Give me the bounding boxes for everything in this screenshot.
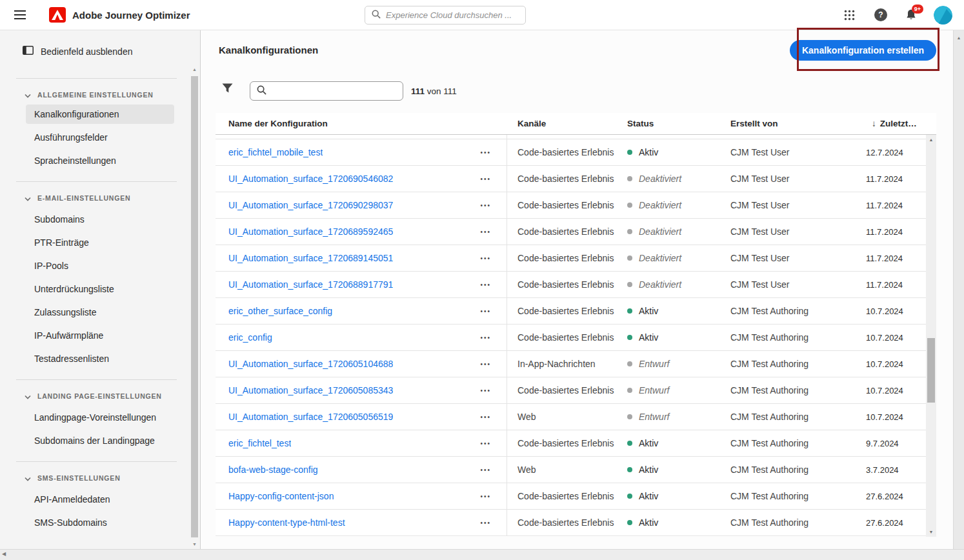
sidebar-item-landingpage-voreinstellungen[interactable]: Landingpage-Voreinstellungen: [16, 406, 177, 429]
channel-cell: Code-basiertes Erlebnis: [507, 332, 617, 343]
status-label: Aktiv: [639, 465, 658, 475]
row-actions-icon[interactable]: •••: [479, 385, 492, 397]
scroll-down-icon[interactable]: ▼: [190, 542, 199, 546]
sidebar-item-testadressenlisten[interactable]: Testadressenlisten: [16, 347, 177, 370]
sidebar-section-header-e-mail-einstellungen[interactable]: E-MAIL-EINSTELLUNGEN: [16, 192, 177, 204]
sidebar-item-spracheinstellungen[interactable]: Spracheinstellungen: [16, 149, 177, 172]
help-icon[interactable]: ?: [874, 8, 887, 21]
table-row: UI_Automation_surface_1720690298037 ••• …: [216, 192, 926, 219]
config-name-link[interactable]: UI_Automation_surface_1720688917791: [228, 279, 393, 290]
config-name-link[interactable]: bofa-web-stage-config: [228, 465, 318, 475]
config-name-link[interactable]: eric_fichtel_test: [228, 438, 291, 448]
row-actions-icon[interactable]: •••: [479, 358, 492, 370]
sidebar-item-api-anmeldedaten[interactable]: API-Anmeldedaten: [16, 488, 177, 511]
row-actions-icon[interactable]: •••: [479, 146, 492, 159]
page-scrollbar[interactable]: ▲: [953, 30, 964, 549]
column-header-last-modified[interactable]: ↓ Zuletzt…: [858, 119, 936, 128]
config-name-link[interactable]: UI_Automation_surface_1720605085343: [228, 385, 393, 395]
sidebar-item-zulassungsliste[interactable]: Zulassungsliste: [16, 301, 177, 324]
sidebar-item-sms-subdomains[interactable]: SMS-Subdomains: [16, 511, 177, 534]
app-title: Adobe Journey Optimizer: [72, 10, 190, 21]
status-label: Aktiv: [639, 306, 658, 316]
row-actions-icon[interactable]: •••: [479, 173, 492, 185]
scroll-up-icon[interactable]: ▲: [190, 67, 199, 72]
main-content: Kanalkonfigurationen Kanalkonfiguration …: [201, 30, 953, 549]
user-avatar[interactable]: [934, 6, 952, 25]
scrollbar-thumb[interactable]: [191, 76, 198, 537]
scroll-left-icon[interactable]: ◀: [2, 551, 6, 557]
row-actions-icon[interactable]: •••: [479, 332, 492, 344]
sidebar-section-header-sms-einstellungen[interactable]: SMS-EINSTELLUNGEN: [16, 472, 177, 484]
sidebar-item-ip-aufw-rmpl-ne[interactable]: IP-Aufwärmpläne: [16, 324, 177, 347]
filter-icon[interactable]: [222, 83, 233, 95]
sidebar-section: E-MAIL-EINSTELLUNGEN Subdomains PTR-Eint…: [16, 181, 177, 370]
config-name-link[interactable]: UI_Automation_surface_1720605056519: [228, 412, 393, 422]
channel-cell: Code-basiertes Erlebnis: [507, 226, 617, 237]
hamburger-menu-icon[interactable]: [14, 10, 26, 19]
sidebar-item-ip-pools[interactable]: IP-Pools: [16, 254, 177, 277]
config-name-link[interactable]: UI_Automation_surface_1720690298037: [228, 200, 393, 210]
config-name-link[interactable]: eric_other_surface_config: [228, 306, 332, 316]
status-cell: Aktiv: [617, 147, 720, 157]
config-name-link[interactable]: Happy-content-type-html-test: [228, 517, 345, 528]
row-actions-icon[interactable]: •••: [479, 411, 492, 423]
column-header-status[interactable]: Status: [617, 119, 720, 128]
config-name-link[interactable]: Happy-config-content-json: [228, 491, 334, 501]
config-name-link[interactable]: eric_fichtel_mobile_test: [228, 147, 323, 157]
config-name-link[interactable]: eric_config: [228, 332, 272, 343]
global-search-input[interactable]: [386, 10, 519, 20]
hide-panel-button[interactable]: Bedienfeld ausblenden: [23, 46, 132, 57]
chevron-down-icon: [25, 192, 31, 204]
sidebar-item-unterdr-ckungsliste[interactable]: Unterdrückungsliste: [16, 277, 177, 301]
last-modified-cell: 12.7.2024: [858, 148, 926, 157]
config-name-link[interactable]: UI_Automation_surface_1720605104688: [228, 359, 393, 369]
configurations-table: Name der Konfiguration Kanäle Status Ers…: [216, 113, 936, 537]
scrollbar-thumb[interactable]: [927, 338, 935, 403]
status-dot: [627, 150, 632, 155]
scroll-down-icon[interactable]: ▼: [926, 530, 936, 534]
row-actions-icon[interactable]: •••: [479, 464, 492, 476]
sidebar-item-ptr-eintr-ge[interactable]: PTR-Einträge: [16, 231, 177, 254]
sidebar-item-kanalkonfigurationen[interactable]: Kanalkonfigurationen: [26, 105, 174, 124]
column-header-name[interactable]: Name der Konfiguration: [216, 119, 507, 128]
sidebar-item-ausf-hrungsfelder[interactable]: Ausführungsfelder: [16, 126, 177, 149]
status-dot: [627, 414, 632, 419]
apps-grid-icon[interactable]: [844, 10, 855, 23]
column-header-channels[interactable]: Kanäle: [507, 119, 617, 128]
channel-cell: Code-basiertes Erlebnis: [507, 279, 617, 290]
table-search-input[interactable]: [272, 86, 396, 96]
status-label: Deaktiviert: [639, 279, 681, 290]
row-actions-icon[interactable]: •••: [479, 279, 492, 291]
table-row: UI_Automation_surface_1720689592465 ••• …: [216, 219, 926, 245]
row-actions-icon[interactable]: •••: [479, 517, 492, 529]
row-actions-icon[interactable]: •••: [479, 490, 492, 503]
sidebar-section-header-allgemeine-einstellungen[interactable]: ALLGEMEINE EINSTELLUNGEN: [16, 89, 177, 101]
status-dot: [627, 229, 632, 234]
status-dot: [627, 388, 632, 393]
row-actions-icon[interactable]: •••: [479, 437, 492, 450]
row-actions-icon[interactable]: •••: [479, 305, 492, 317]
row-actions-icon[interactable]: •••: [479, 252, 492, 265]
config-name-link[interactable]: UI_Automation_surface_1720690546082: [228, 174, 393, 184]
sidebar-section-header-landing-page-einstellungen[interactable]: LANDING PAGE-EINSTELLUNGEN: [16, 390, 177, 402]
column-header-created-by[interactable]: Erstellt von: [720, 119, 858, 128]
scroll-up-icon[interactable]: ▲: [954, 35, 964, 40]
row-actions-icon[interactable]: •••: [479, 199, 492, 212]
sidebar-scrollbar[interactable]: ▲ ▼: [190, 66, 199, 548]
table-row: eric_fichtel_mobile_test ••• Code-basier…: [216, 139, 926, 166]
top-bar: Adobe Journey Optimizer ? 9+: [0, 0, 964, 30]
table-scrollbar[interactable]: ▲ ▼: [926, 135, 936, 537]
chevron-down-icon: [25, 89, 31, 101]
status-label: Deaktiviert: [639, 200, 681, 210]
row-actions-icon[interactable]: •••: [479, 226, 492, 238]
create-channel-configuration-button[interactable]: Kanalkonfiguration erstellen: [790, 40, 936, 61]
divider: [16, 78, 177, 79]
sidebar-item-subdomains-der-landingpage[interactable]: Subdomains der Landingpage: [16, 429, 177, 452]
scroll-up-icon[interactable]: ▲: [926, 137, 936, 142]
chevron-down-icon: [25, 472, 31, 484]
config-name-link[interactable]: UI_Automation_surface_1720689145051: [228, 253, 393, 263]
horizontal-scrollbar[interactable]: ◀: [0, 549, 964, 560]
sidebar-item-subdomains[interactable]: Subdomains: [16, 208, 177, 231]
status-cell: Deaktiviert: [617, 253, 720, 263]
config-name-link[interactable]: UI_Automation_surface_1720689592465: [228, 226, 393, 237]
